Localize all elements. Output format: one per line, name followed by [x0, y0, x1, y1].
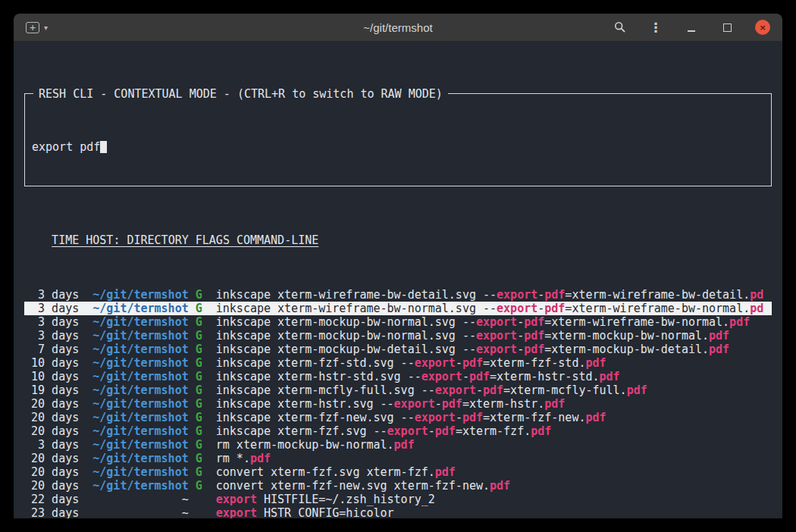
command-text: inkscape xterm-mcfly-full.svg -- — [216, 383, 435, 397]
row-time: 23 days — [24, 506, 79, 518]
command-text: - — [456, 356, 462, 370]
search-input[interactable]: export pdf — [32, 140, 764, 154]
command-text: - — [537, 302, 544, 315]
history-row[interactable]: 23 days~export HSTR_CONFIG=hicolor — [24, 506, 772, 518]
row-flags — [196, 506, 202, 518]
row-flags: G — [196, 438, 202, 452]
command-text: inkscape xterm-wireframe-bw-detail.svg -… — [216, 288, 497, 302]
row-command: convert xterm-fzf.svg xterm-fzf.pdf — [216, 465, 456, 479]
row-host-directory: ~/git/termshot — [86, 438, 188, 452]
row-flags: G — [196, 302, 202, 315]
history-row[interactable]: 10 days~/git/termshotGinkscape xterm-hst… — [24, 370, 772, 383]
history-row[interactable]: 3 days~/git/termshotGinkscape xterm-wire… — [24, 302, 772, 315]
match-highlight: pdf — [490, 479, 510, 493]
command-text: =xterm-hstr. — [462, 397, 544, 411]
command-text: HSTR_CONFIG=hicolor — [257, 506, 394, 518]
match-highlight: pdf — [600, 370, 620, 383]
row-flags: G — [196, 315, 202, 329]
command-text: =xterm-fzf. — [456, 424, 531, 438]
command-text: inkscape xterm-fzf-new.svg -- — [216, 411, 415, 424]
history-row[interactable]: 3 days~/git/termshotGinkscape xterm-mock… — [24, 329, 772, 343]
command-text: rm xterm-mockup-bw-normal. — [216, 438, 394, 452]
row-command: export HISTFILE=~/.zsh_history_2 — [216, 493, 435, 506]
row-host-directory: ~/git/termshot — [86, 465, 188, 479]
match-highlight: pdf — [544, 288, 565, 302]
history-row[interactable]: 3 days~/git/termshotGinkscape xterm-mock… — [24, 315, 772, 329]
row-time: 10 days — [24, 370, 79, 383]
row-command: inkscape xterm-hstr.svg --export-pdf=xte… — [216, 397, 566, 411]
row-time: 20 days — [24, 452, 79, 465]
match-highlight: export — [476, 329, 517, 343]
history-row[interactable]: 20 days~/git/termshotGinkscape xterm-hst… — [24, 397, 772, 411]
magnifier-glyph — [614, 21, 626, 33]
match-highlight: pdf — [524, 315, 544, 329]
match-highlight: pdf — [544, 397, 565, 411]
header-pad — [24, 233, 52, 247]
command-text: - — [517, 329, 524, 343]
command-text: - — [517, 343, 524, 356]
history-row[interactable]: 19 days~/git/termshotGinkscape xterm-mcf… — [24, 383, 772, 397]
history-row[interactable]: 20 days~/git/termshotGconvert xterm-fzf-… — [24, 479, 772, 493]
row-host-directory: ~/git/termshot — [86, 397, 188, 411]
match-highlight: pdf — [709, 329, 729, 343]
match-highlight: pdf — [394, 438, 415, 452]
command-text: convert xterm-fzf.svg xterm-fzf. — [216, 465, 435, 479]
history-row[interactable]: 22 days~export HISTFILE=~/.zsh_history_2 — [24, 493, 772, 506]
history-row[interactable]: 10 days~/git/termshotGinkscape xterm-fzf… — [24, 356, 772, 370]
close-button[interactable]: × — [755, 20, 770, 35]
row-host-directory: ~/git/termshot — [86, 383, 188, 397]
history-row[interactable]: 20 days~/git/termshotGinkscape xterm-fzf… — [24, 424, 772, 438]
match-highlight: pdf — [544, 302, 565, 315]
match-highlight: pdf — [483, 383, 503, 397]
row-flags — [196, 493, 202, 506]
match-highlight: export — [497, 302, 537, 315]
row-flags: G — [196, 411, 202, 424]
match-highlight: export — [394, 397, 435, 411]
row-flags: G — [196, 329, 202, 343]
list-header: TIME HOST: DIRECTORY FLAGS COMMAND-LINE — [24, 233, 772, 247]
match-highlight: pdf — [435, 465, 456, 479]
new-tab-button[interactable]: + ▾ — [23, 20, 51, 35]
match-highlight: export — [476, 315, 517, 329]
row-time: 3 days — [24, 288, 79, 302]
terminal-content: RESH CLI - CONTEXTUAL MODE - (CTRL+R to … — [14, 42, 782, 518]
match-highlight: pd — [750, 302, 763, 315]
row-time: 3 days — [24, 315, 79, 329]
command-text: inkscape xterm-hstr-std.svg -- — [216, 370, 422, 383]
command-text: =xterm-wireframe-bw-normal. — [565, 302, 750, 315]
command-text: - — [456, 411, 462, 424]
command-text: convert xterm-fzf-new.svg xterm-fzf-new. — [216, 479, 490, 493]
command-text: inkscape xterm-mockup-bw-detail.svg -- — [216, 343, 476, 356]
history-row[interactable]: 20 days~/git/termshotGrm *.pdf — [24, 452, 772, 465]
history-row[interactable]: 20 days~/git/termshotGconvert xterm-fzf.… — [24, 465, 772, 479]
terminal-window: + ▾ ~/git/termshot ⋮ × RESH CLI - CONTEX… — [14, 14, 782, 518]
row-flags: G — [196, 356, 202, 370]
search-icon[interactable] — [613, 20, 628, 35]
history-row[interactable]: 3 days~/git/termshotGrm xterm-mockup-bw-… — [24, 438, 772, 452]
row-command: rm *.pdf — [216, 452, 271, 465]
match-highlight: pdf — [435, 424, 456, 438]
history-row[interactable]: 3 days~/git/termshotGinkscape xterm-wire… — [24, 288, 772, 302]
titlebar[interactable]: + ▾ ~/git/termshot ⋮ × — [14, 14, 782, 42]
command-text: inkscape xterm-wireframe-bw-normal.svg -… — [216, 302, 497, 315]
search-box: RESH CLI - CONTEXTUAL MODE - (CTRL+R to … — [24, 93, 772, 186]
history-row[interactable]: 20 days~/git/termshotGinkscape xterm-fzf… — [24, 411, 772, 424]
row-host-directory: ~/git/termshot — [86, 302, 188, 315]
row-command: inkscape xterm-hstr-std.svg --export-pdf… — [216, 370, 620, 383]
command-text: =xterm-fzf-new. — [483, 411, 585, 424]
row-command: inkscape xterm-wireframe-bw-detail.svg -… — [216, 288, 763, 302]
row-flags: G — [196, 424, 202, 438]
match-highlight: pdf — [531, 424, 551, 438]
command-text: - — [428, 424, 435, 438]
menu-icon[interactable]: ⋮ — [648, 20, 663, 35]
match-highlight: export — [387, 424, 428, 438]
row-flags: G — [196, 452, 202, 465]
match-highlight: export — [476, 343, 517, 356]
row-command: inkscape xterm-wireframe-bw-normal.svg -… — [216, 302, 763, 315]
history-row[interactable]: 7 days~/git/termshotGinkscape xterm-mock… — [24, 343, 772, 356]
restore-button[interactable] — [719, 20, 735, 35]
command-text: =xterm-hstr-std. — [490, 370, 600, 383]
row-host-directory: ~/git/termshot — [86, 411, 188, 424]
row-command: inkscape xterm-fzf-new.svg --export-pdf=… — [216, 411, 606, 424]
minimize-button[interactable] — [684, 20, 699, 35]
